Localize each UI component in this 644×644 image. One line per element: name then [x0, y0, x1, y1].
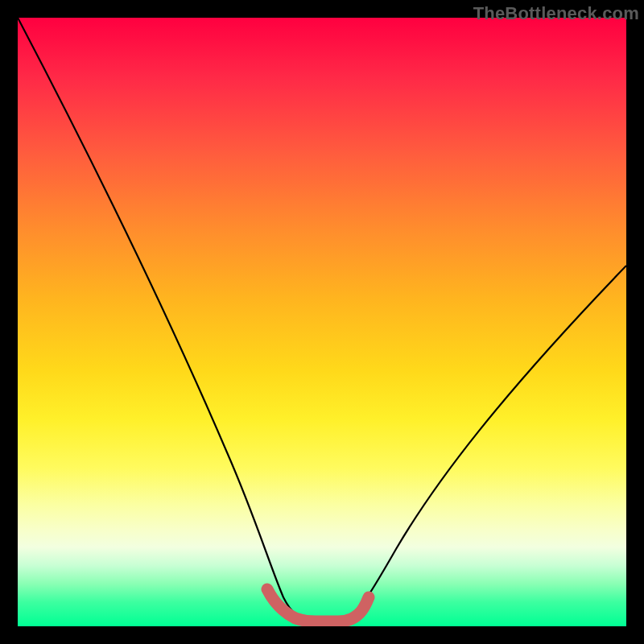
- watermark-text: TheBottleneck.com: [473, 3, 639, 24]
- plot-area: [18, 18, 626, 626]
- curve-svg: [18, 18, 626, 626]
- chart-frame: TheBottleneck.com: [0, 0, 644, 644]
- bottleneck-curve: [18, 18, 626, 621]
